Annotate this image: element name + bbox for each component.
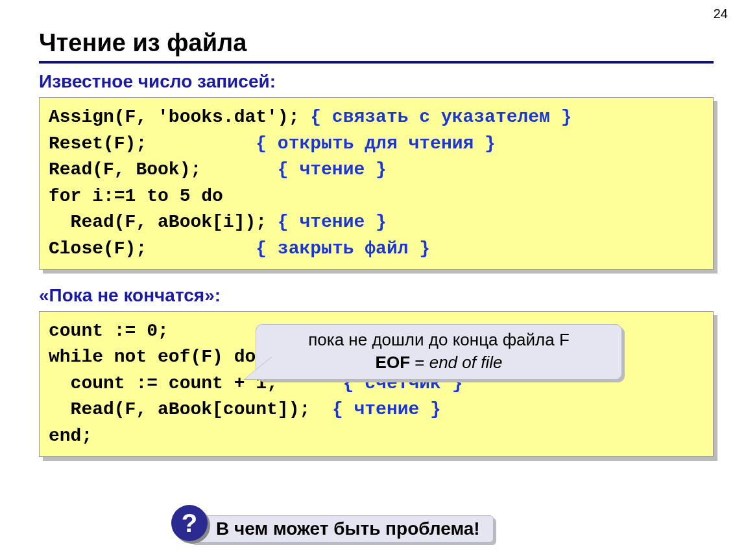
code1-l5: Read(F, aBook[i]); bbox=[49, 212, 278, 232]
code2-l4: Read(F, aBook[count]); bbox=[49, 399, 332, 419]
question-text: В чем может быть проблема! bbox=[189, 515, 494, 542]
code1-l5-comment: { чтение } bbox=[278, 212, 387, 232]
code1-l4: for i:=1 to 5 do bbox=[49, 186, 223, 206]
code2-l1: count := 0; bbox=[49, 321, 169, 341]
callout-eof-meaning: end of file bbox=[429, 353, 503, 372]
code1-l2-comment: { открыть для чтения } bbox=[256, 134, 496, 154]
code1-l6: Close(F); bbox=[49, 239, 256, 259]
section1-heading: Известное число записей: bbox=[39, 71, 714, 92]
callout-line2: EOF = end of file bbox=[265, 353, 612, 373]
title-rule bbox=[39, 61, 714, 64]
callout-eof: EOF bbox=[376, 353, 410, 372]
eof-callout: пока не дошли до конца файла F EOF = end… bbox=[256, 324, 622, 380]
slide-body: Чтение из файла Известное число записей:… bbox=[0, 0, 746, 457]
question-mark-icon: ? bbox=[171, 505, 208, 541]
code-block-1: Assign(F, 'books.dat'); { связать с указ… bbox=[39, 97, 714, 270]
callout-tail-fill bbox=[245, 357, 272, 379]
slide-title: Чтение из файла bbox=[39, 29, 714, 57]
question-callout: ? В чем может быть проблема! bbox=[189, 515, 494, 542]
code2-l5: end; bbox=[49, 426, 92, 446]
code1-l6-comment: { закрыть файл } bbox=[256, 239, 430, 259]
code1-l2: Reset(F); bbox=[49, 134, 256, 154]
section2-heading: «Пока не кончатся»: bbox=[39, 285, 714, 306]
callout-eq: = bbox=[410, 353, 429, 372]
code1-l1: Assign(F, 'books.dat'); bbox=[49, 107, 310, 127]
callout-line1: пока не дошли до конца файла F bbox=[265, 330, 612, 350]
code1-l1-comment: { связать с указателем } bbox=[310, 107, 572, 127]
code2-l4-comment: { чтение } bbox=[332, 399, 441, 419]
code1-l3: Read(F, Book); bbox=[49, 159, 278, 180]
code1-l3-comment: { чтение } bbox=[278, 159, 387, 180]
page-number: 24 bbox=[714, 6, 728, 21]
